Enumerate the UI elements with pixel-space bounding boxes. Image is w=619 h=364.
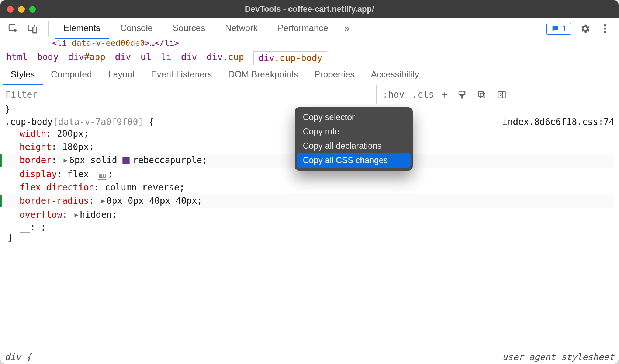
styles-subtabs: StylesComputedLayoutEvent ListenersDOM B… bbox=[0, 65, 619, 85]
expand-triangle-icon[interactable]: ▶ bbox=[64, 154, 68, 167]
svg-rect-11 bbox=[101, 174, 103, 178]
styles-toolbar-right: :hov .cls + bbox=[377, 88, 514, 101]
css-value: 200px bbox=[57, 129, 83, 139]
subtab-accessibility[interactable]: Accessibility bbox=[363, 65, 427, 85]
styles-filter-input[interactable] bbox=[0, 85, 377, 104]
css-property: border bbox=[20, 155, 52, 165]
css-selector[interactable]: .cup-body[data-v-7a0f9f00] { bbox=[5, 117, 154, 127]
css-new-declaration[interactable]: : ; bbox=[5, 222, 614, 232]
subtab-layout[interactable]: Layout bbox=[100, 65, 143, 85]
subtab-event-listeners[interactable]: Event Listeners bbox=[143, 65, 220, 85]
settings-gear-icon[interactable] bbox=[579, 22, 591, 35]
css-declaration[interactable]: overflow: ▶hidden; bbox=[5, 208, 614, 222]
minimize-window-button[interactable] bbox=[18, 6, 25, 13]
traffic-lights bbox=[7, 6, 36, 13]
expand-triangle-icon[interactable]: ▶ bbox=[101, 194, 105, 207]
css-value: hidden bbox=[80, 210, 112, 220]
css-source-link[interactable]: index.8d6c6f18.css:74 bbox=[502, 117, 614, 127]
ua-label: user agent stylesheet bbox=[502, 352, 614, 362]
svg-rect-8 bbox=[478, 91, 483, 96]
copy-icon[interactable] bbox=[476, 88, 488, 101]
main-tab-strip: Elements Console Sources Network Perform… bbox=[0, 18, 619, 39]
breadcrumb-item[interactable]: div.cup-body bbox=[253, 51, 327, 65]
tab-sources[interactable]: Sources bbox=[164, 18, 214, 39]
subtab-dom-breakpoints[interactable]: DOM Breakpoints bbox=[220, 65, 306, 85]
css-rule-close: } bbox=[5, 232, 614, 243]
flex-badge-icon[interactable] bbox=[97, 172, 107, 180]
breadcrumb-item[interactable]: div#app bbox=[68, 52, 106, 62]
toggle-hov-button[interactable]: :hov bbox=[383, 90, 405, 100]
new-style-rule-button[interactable]: + bbox=[442, 88, 449, 101]
css-property: overflow bbox=[20, 210, 62, 220]
expand-triangle-icon[interactable]: ▶ bbox=[75, 208, 79, 221]
breadcrumb-item[interactable]: body bbox=[37, 52, 59, 62]
paint-brush-icon[interactable] bbox=[456, 88, 468, 101]
svg-rect-10 bbox=[99, 174, 101, 178]
css-declaration[interactable]: border-radius: ▶0px 0px 40px 40px; bbox=[5, 194, 614, 208]
css-property: flex-direction bbox=[20, 182, 94, 193]
zoom-window-button[interactable] bbox=[29, 6, 36, 13]
subtab-properties[interactable]: Properties bbox=[306, 65, 363, 85]
tab-elements[interactable]: Elements bbox=[55, 18, 109, 39]
ua-rule-header: div { user agent stylesheet bbox=[0, 350, 619, 364]
css-value: 6px solid rebeccapurple bbox=[69, 155, 202, 165]
close-window-button[interactable] bbox=[7, 6, 14, 13]
toggle-cls-button[interactable]: .cls bbox=[412, 90, 434, 100]
breadcrumb-item[interactable]: ul bbox=[141, 52, 151, 62]
tab-performance[interactable]: Performance bbox=[269, 18, 337, 39]
inspect-device-icons bbox=[4, 18, 44, 39]
svg-rect-7 bbox=[480, 93, 485, 98]
styles-toolbar: :hov .cls + bbox=[0, 85, 619, 104]
issues-button[interactable]: 1 bbox=[546, 23, 571, 35]
svg-rect-2 bbox=[33, 27, 37, 33]
css-declaration[interactable]: flex-direction: column-reverse; bbox=[5, 181, 614, 194]
css-property: display bbox=[20, 169, 57, 179]
tabs-overflow-icon[interactable]: » bbox=[339, 18, 355, 39]
device-toolbar-icon[interactable] bbox=[26, 22, 39, 35]
elements-tree-snippet[interactable]: <li data-v-eed00de0>…</li> bbox=[0, 39, 619, 49]
context-menu-item[interactable]: Copy selector bbox=[295, 110, 413, 125]
css-value: column-reverse bbox=[105, 182, 179, 193]
css-value: flex bbox=[68, 169, 89, 179]
svg-rect-9 bbox=[498, 91, 505, 98]
subtab-styles[interactable]: Styles bbox=[3, 65, 43, 85]
devtools-window: DevTools - coffee-cart.netlify.app/ Elem… bbox=[0, 0, 619, 364]
ua-selector[interactable]: div { bbox=[5, 352, 31, 362]
context-menu-item[interactable]: Copy all declarations bbox=[295, 139, 413, 153]
divider bbox=[48, 21, 49, 36]
svg-point-4 bbox=[604, 24, 606, 26]
css-property: height bbox=[20, 142, 52, 152]
svg-rect-12 bbox=[104, 174, 105, 178]
context-menu-item[interactable]: Copy all CSS changes bbox=[297, 153, 411, 168]
window-titlebar: DevTools - coffee-cart.netlify.app/ bbox=[0, 0, 619, 18]
svg-point-6 bbox=[604, 31, 606, 33]
kebab-menu-icon[interactable] bbox=[599, 22, 611, 35]
breadcrumb-item[interactable]: li bbox=[161, 52, 172, 62]
window-title: DevTools - coffee-cart.netlify.app/ bbox=[0, 4, 619, 14]
inspect-element-icon[interactable] bbox=[7, 22, 20, 35]
context-menu: Copy selectorCopy ruleCopy all declarati… bbox=[295, 107, 413, 171]
breadcrumb-item[interactable]: div bbox=[115, 52, 131, 62]
subtab-computed[interactable]: Computed bbox=[43, 65, 100, 85]
css-value: 0px 0px 40px 40px bbox=[107, 196, 197, 206]
toolbar-right: 1 bbox=[546, 18, 615, 39]
styles-pane: } .cup-body[data-v-7a0f9f00] { index.8d6… bbox=[0, 104, 619, 350]
issues-count: 1 bbox=[562, 24, 567, 34]
svg-point-5 bbox=[604, 28, 606, 30]
tab-console[interactable]: Console bbox=[111, 18, 162, 39]
breadcrumb: htmlbodydiv#appdivullidivdiv.cupdiv.cup-… bbox=[0, 49, 619, 65]
css-value: 180px bbox=[62, 142, 89, 152]
css-property: border-radius bbox=[20, 196, 89, 206]
color-swatch-icon[interactable] bbox=[122, 157, 130, 164]
css-property: width bbox=[20, 129, 46, 139]
context-menu-item[interactable]: Copy rule bbox=[295, 125, 413, 139]
breadcrumb-item[interactable]: div.cup bbox=[207, 52, 244, 62]
breadcrumb-item[interactable]: html bbox=[6, 52, 28, 62]
computed-sidebar-icon[interactable] bbox=[495, 88, 508, 101]
breadcrumb-item[interactable]: div bbox=[181, 52, 197, 62]
tab-network[interactable]: Network bbox=[216, 18, 266, 39]
